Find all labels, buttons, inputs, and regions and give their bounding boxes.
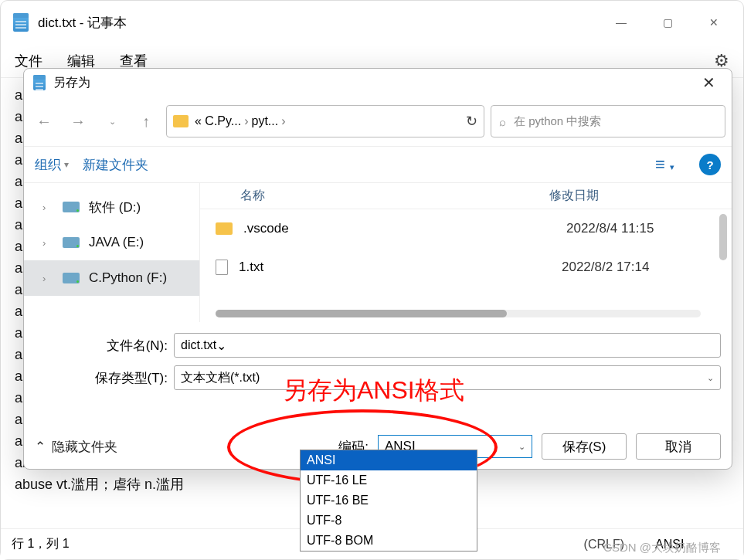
refresh-icon[interactable]: ↻: [466, 113, 477, 130]
filetype-label: 保存类型(T):: [35, 369, 174, 387]
nav-forward-button[interactable]: →: [64, 107, 92, 135]
filename-label: 文件名(N):: [35, 337, 174, 355]
chevron-up-icon: ⌃: [35, 439, 46, 455]
dialog-titlebar: 另存为 ✕: [24, 69, 732, 97]
chevron-right-icon: ›: [42, 202, 53, 213]
file-date: 2022/8/4 11:15: [566, 221, 654, 236]
chevron-down-icon[interactable]: ⌄: [707, 373, 714, 383]
horizontal-scrollbar[interactable]: [216, 310, 701, 317]
main-titlebar: dict.txt - 记事本 — ▢ ✕: [1, 1, 743, 44]
folder-icon: [173, 115, 189, 127]
menu-view[interactable]: 查看: [120, 52, 148, 70]
organize-button[interactable]: 组织▾: [35, 156, 69, 174]
drive-icon: [63, 202, 80, 212]
close-button[interactable]: ✕: [691, 7, 737, 38]
dialog-toolbar: 组织▾ 新建文件夹 ≡ ▾ ?: [24, 146, 732, 183]
encoding-option[interactable]: ANSI: [301, 450, 477, 470]
fileview-header: 名称 修改日期: [200, 183, 732, 209]
encoding-option[interactable]: UTF-16 BE: [301, 490, 477, 511]
nav-back-button[interactable]: ←: [30, 107, 58, 135]
filetype-value: 文本文档(*.txt): [181, 370, 260, 386]
filename-input[interactable]: dict.txt ⌄: [174, 333, 721, 358]
drive-icon: [63, 237, 80, 248]
search-placeholder: 在 python 中搜索: [514, 114, 601, 129]
file-icon: [216, 260, 228, 275]
column-date[interactable]: 修改日期: [549, 188, 599, 204]
file-name: 1.txt: [239, 260, 562, 275]
minimize-button[interactable]: —: [598, 7, 644, 38]
fileview[interactable]: 名称 修改日期 .vscode 2022/8/4 11:15 1.txt 202…: [200, 183, 732, 322]
nav-up-button[interactable]: ↑: [132, 107, 160, 135]
encoding-option[interactable]: UTF-8: [301, 511, 477, 531]
file-date: 2022/8/2 17:14: [562, 260, 649, 275]
tree-label: 软件 (D:): [89, 199, 141, 216]
chevron-down-icon: ▾: [64, 159, 69, 170]
dialog-close-button[interactable]: ✕: [693, 73, 724, 92]
treeview[interactable]: › 软件 (D:)› JAVA (E:)› C.Python (F:): [24, 183, 200, 322]
dialog-title: 另存为: [53, 75, 90, 91]
tree-label: JAVA (E:): [89, 235, 144, 250]
chevron-down-icon: ⌄: [518, 442, 525, 452]
menu-edit[interactable]: 编辑: [67, 52, 95, 70]
breadcrumb-sep: ›: [244, 114, 248, 128]
annotation-text: 另存为ANSI格式: [283, 374, 464, 408]
search-icon: ⌕: [499, 115, 506, 128]
encoding-dropdown[interactable]: ANSIUTF-16 LEUTF-16 BEUTF-8UTF-8 BOM: [300, 450, 477, 552]
file-browser: › 软件 (D:)› JAVA (E:)› C.Python (F:) 名称 修…: [24, 183, 732, 322]
encoding-option[interactable]: UTF-8 BOM: [301, 531, 477, 551]
breadcrumb[interactable]: « C.Py... › pyt... › ↻: [166, 105, 484, 137]
file-row[interactable]: 1.txt 2022/8/2 17:14: [200, 248, 732, 287]
file-row[interactable]: .vscode 2022/8/4 11:15: [200, 209, 732, 248]
menu-file[interactable]: 文件: [15, 52, 42, 70]
watermark: CSDN @大块奶酪博客: [603, 541, 721, 555]
hide-folders-toggle[interactable]: ⌃ 隐藏文件夹: [35, 438, 117, 456]
maximize-button[interactable]: ▢: [644, 7, 691, 38]
tree-label: C.Python (F:): [89, 270, 167, 286]
view-button[interactable]: ≡ ▾: [655, 154, 674, 175]
folder-icon: [216, 222, 233, 235]
nav-dropdown-icon[interactable]: ⌄: [98, 107, 126, 135]
cancel-button[interactable]: 取消: [636, 433, 721, 460]
window-controls: — ▢ ✕: [598, 7, 737, 38]
window-title: dict.txt - 记事本: [38, 14, 127, 32]
breadcrumb-seg[interactable]: « C.Py...: [195, 114, 241, 128]
save-button[interactable]: 保存(S): [542, 433, 627, 460]
breadcrumb-sep: ›: [281, 114, 285, 128]
chevron-right-icon: ›: [42, 237, 53, 249]
file-name: .vscode: [243, 221, 566, 236]
help-button[interactable]: ?: [699, 154, 721, 175]
filename-value: dict.txt: [181, 338, 216, 352]
search-input[interactable]: ⌕ 在 python 中搜索: [491, 105, 725, 137]
notepad-icon: [33, 75, 46, 90]
breadcrumb-seg[interactable]: pyt...: [252, 114, 279, 128]
notepad-icon: [13, 13, 29, 32]
dialog-nav: ← → ⌄ ↑ « C.Py... › pyt... › ↻ ⌕ 在 pytho…: [24, 97, 732, 146]
chevron-down-icon[interactable]: ⌄: [216, 338, 226, 353]
vertical-scrollbar[interactable]: [719, 214, 727, 260]
chevron-right-icon: ›: [42, 273, 53, 284]
scrollbar-thumb[interactable]: [216, 310, 507, 317]
tree-item[interactable]: › JAVA (E:): [24, 225, 199, 260]
tree-item[interactable]: › 软件 (D:): [24, 189, 199, 225]
tree-item[interactable]: › C.Python (F:): [24, 260, 199, 296]
drive-icon: [63, 273, 80, 283]
encoding-option[interactable]: UTF-16 LE: [301, 470, 477, 490]
new-folder-button[interactable]: 新建文件夹: [83, 156, 148, 174]
column-name[interactable]: 名称: [240, 188, 549, 204]
